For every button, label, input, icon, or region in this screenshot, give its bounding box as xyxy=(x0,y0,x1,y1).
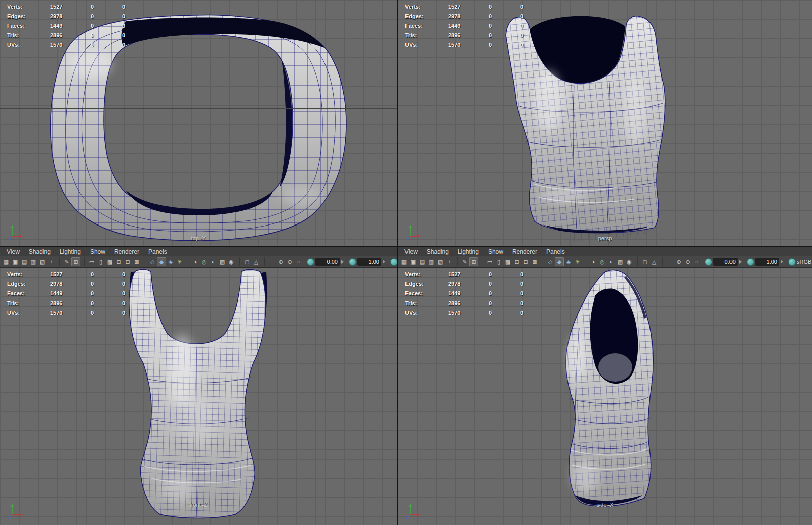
viewport-canvas-side[interactable]: Verts: 1527 0 0 Edges: 2978 0 0 Faces: 1… xyxy=(398,268,812,525)
x-ray-icon[interactable]: △ xyxy=(252,257,261,266)
x-ray-icon[interactable]: △ xyxy=(649,257,659,266)
ambient-occlusion-icon[interactable]: ◎ xyxy=(598,257,607,266)
menu-item[interactable]: Renderer xyxy=(110,248,144,256)
menu-item[interactable]: Show xyxy=(86,248,110,256)
exposure-field[interactable]: 0.00 xyxy=(315,258,340,266)
motion-blur-icon[interactable]: ◐ xyxy=(607,257,616,266)
camera-attributes-icon[interactable]: ▤ xyxy=(418,257,427,266)
object-details-icon[interactable]: ≡ xyxy=(662,257,674,266)
lock-camera-icon[interactable]: ▣ xyxy=(409,257,418,266)
gamma-stepper-icon[interactable] xyxy=(383,260,385,264)
viewport-front[interactable]: ViewShadingLightingShowRendererPanels ▦▣… xyxy=(0,247,397,525)
bookmarks-icon[interactable]: ▥ xyxy=(427,257,436,266)
object-details-icon[interactable]: ≡ xyxy=(264,257,276,266)
hud-stat-selected: 0 xyxy=(91,32,122,38)
film-gate-icon[interactable]: ▭ xyxy=(482,257,494,266)
viewport-side[interactable]: ViewShadingLightingShowRendererPanels ▦▣… xyxy=(398,247,812,525)
viewport-top[interactable]: Verts: 1527 0 0 Edges: 2978 0 0 Faces: 1… xyxy=(0,0,397,246)
camera-attributes-icon[interactable]: ▤ xyxy=(20,257,29,266)
exposure-field[interactable]: 0.00 xyxy=(713,258,738,266)
gate-mask-icon[interactable]: ▩ xyxy=(503,257,512,266)
menu-item[interactable]: Lighting xyxy=(55,248,86,256)
highlight-selection-icon[interactable]: ○ xyxy=(692,257,701,266)
use-all-lights-icon[interactable]: ☀ xyxy=(175,257,184,266)
gamma-field[interactable]: 1.00 xyxy=(755,258,779,266)
exposure-stepper-icon[interactable] xyxy=(739,260,742,264)
gamma-icon[interactable] xyxy=(747,259,754,265)
safe-title-icon[interactable]: ⊠ xyxy=(530,257,539,266)
gamma-field[interactable]: 1.00 xyxy=(357,258,381,266)
frame-selection-icon[interactable]: ⊙ xyxy=(683,257,692,266)
multisample-aa-icon[interactable]: ▨ xyxy=(218,257,227,266)
exposure-icon[interactable] xyxy=(307,259,314,265)
image-plane-icon[interactable]: ▧ xyxy=(38,257,47,266)
view-transform-icon[interactable] xyxy=(391,259,397,265)
hud-stat-label: Edges: xyxy=(7,13,50,19)
image-plane-icon[interactable]: ▧ xyxy=(436,257,445,266)
shaded-icon[interactable]: ◆ xyxy=(555,257,564,266)
wireframe-icon[interactable]: ◇ xyxy=(543,257,555,266)
grid-icon[interactable]: ⊞ xyxy=(71,257,80,266)
grid-icon[interactable]: ⊞ xyxy=(469,257,478,266)
menu-item[interactable]: Renderer xyxy=(508,248,542,256)
exposure-icon[interactable] xyxy=(705,259,712,265)
shadows-icon[interactable]: ◑ xyxy=(586,257,598,266)
hud-stat-component: 0 xyxy=(122,32,142,38)
hud-stat-total: 1527 xyxy=(50,271,91,277)
hud-row: Verts: 1527 0 0 xyxy=(7,269,142,279)
viewport-persp[interactable]: Verts: 1527 0 0 Edges: 2978 0 0 Faces: 1… xyxy=(398,0,812,246)
textured-icon[interactable]: ◈ xyxy=(166,257,175,266)
frame-selection-icon[interactable]: ⊙ xyxy=(285,257,294,266)
menu-item[interactable]: View xyxy=(400,248,422,256)
grease-pencil-icon[interactable]: ✎ xyxy=(59,257,71,266)
menu-item[interactable]: View xyxy=(2,248,24,256)
hud-stat-selected: 0 xyxy=(91,281,122,287)
wireframe-icon[interactable]: ◇ xyxy=(145,257,157,266)
isolate-select-icon[interactable]: ◻ xyxy=(239,257,252,266)
field-chart-icon[interactable]: ⊡ xyxy=(114,257,123,266)
view-transform-select[interactable]: sRGB g xyxy=(797,259,812,265)
select-camera-icon[interactable]: ▦ xyxy=(2,257,11,266)
gamma-stepper-icon[interactable] xyxy=(781,260,783,264)
isolate-select-icon[interactable]: ◻ xyxy=(637,257,649,266)
film-gate-icon[interactable]: ▭ xyxy=(84,257,96,266)
gate-mask-icon[interactable]: ▩ xyxy=(105,257,114,266)
frame-all-icon[interactable]: ⊕ xyxy=(674,257,683,266)
viewport-canvas-persp[interactable]: Verts: 1527 0 0 Edges: 2978 0 0 Faces: 1… xyxy=(398,0,812,246)
safe-action-icon[interactable]: ⊟ xyxy=(123,257,132,266)
two-d-pan-zoom-icon[interactable]: + xyxy=(47,257,56,266)
use-all-lights-icon[interactable]: ☀ xyxy=(573,257,582,266)
two-d-pan-zoom-icon[interactable]: + xyxy=(445,257,454,266)
textured-icon[interactable]: ◈ xyxy=(564,257,573,266)
bookmarks-icon[interactable]: ▥ xyxy=(29,257,38,266)
menu-item[interactable]: Panels xyxy=(542,248,570,256)
select-camera-icon[interactable]: ▦ xyxy=(399,257,409,266)
gamma-icon[interactable] xyxy=(349,259,356,265)
ambient-occlusion-icon[interactable]: ◎ xyxy=(200,257,209,266)
menu-item[interactable]: Panels xyxy=(144,248,172,256)
menu-item[interactable]: Shading xyxy=(422,248,453,256)
safe-action-icon[interactable]: ⊟ xyxy=(521,257,530,266)
lock-camera-icon[interactable]: ▣ xyxy=(11,257,20,266)
resolution-gate-icon[interactable]: ▯ xyxy=(494,257,503,266)
frame-all-icon[interactable]: ⊕ xyxy=(276,257,285,266)
shadows-icon[interactable]: ◑ xyxy=(188,257,200,266)
exposure-stepper-icon[interactable] xyxy=(341,260,344,264)
menu-item[interactable]: Show xyxy=(483,248,508,256)
shaded-icon[interactable]: ◆ xyxy=(157,257,166,266)
depth-of-field-icon[interactable]: ◉ xyxy=(227,257,236,266)
grease-pencil-icon[interactable]: ✎ xyxy=(457,257,469,266)
resolution-gate-icon[interactable]: ▯ xyxy=(96,257,105,266)
highlight-selection-icon[interactable]: ○ xyxy=(294,257,303,266)
menu-item[interactable]: Lighting xyxy=(453,248,483,256)
field-chart-icon[interactable]: ⊡ xyxy=(512,257,521,266)
hud-stat-component: 0 xyxy=(520,300,540,306)
safe-title-icon[interactable]: ⊠ xyxy=(132,257,141,266)
view-transform-icon[interactable] xyxy=(789,259,795,265)
viewport-canvas-top[interactable]: Verts: 1527 0 0 Edges: 2978 0 0 Faces: 1… xyxy=(0,0,397,246)
motion-blur-icon[interactable]: ◐ xyxy=(209,257,218,266)
depth-of-field-icon[interactable]: ◉ xyxy=(625,257,634,266)
multisample-aa-icon[interactable]: ▨ xyxy=(616,257,625,266)
viewport-canvas-front[interactable]: Verts: 1527 0 0 Edges: 2978 0 0 Faces: 1… xyxy=(0,268,397,525)
menu-item[interactable]: Shading xyxy=(24,248,55,256)
